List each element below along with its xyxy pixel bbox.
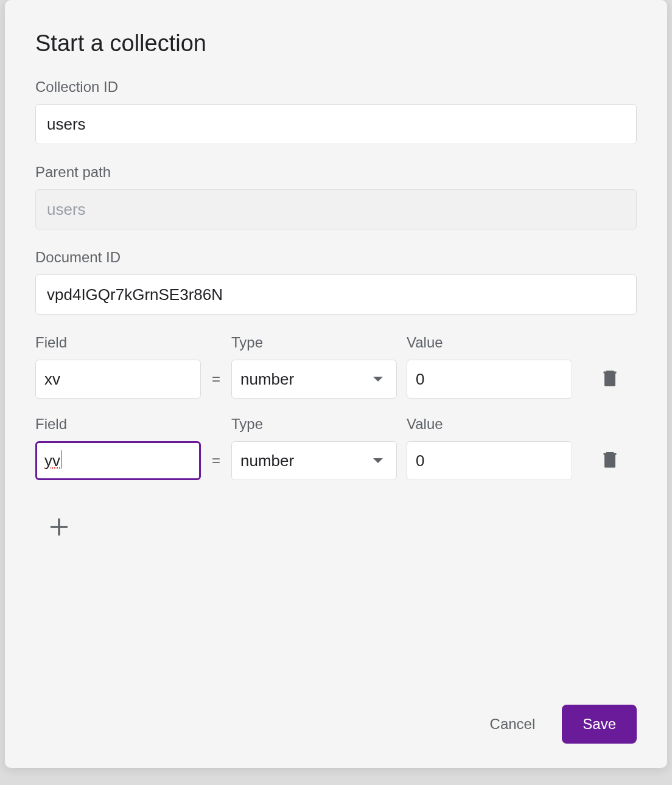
parent-path-label: Parent path xyxy=(35,164,637,181)
text-cursor xyxy=(61,450,61,469)
field-name-input[interactable] xyxy=(35,360,201,399)
field-type-select[interactable]: number xyxy=(231,360,397,399)
dialog-title: Start a collection xyxy=(35,30,637,57)
field-name-col: Field yv xyxy=(35,416,201,480)
parent-path-group: Parent path xyxy=(35,164,637,229)
field-value-label: Value xyxy=(407,416,572,433)
dialog-actions: Cancel Save xyxy=(35,680,637,744)
equals-sign: = xyxy=(211,441,222,480)
save-button[interactable]: Save xyxy=(562,705,637,744)
collection-id-input[interactable] xyxy=(35,104,637,144)
field-type-select[interactable]: number xyxy=(231,441,397,480)
collection-id-label: Collection ID xyxy=(35,78,637,96)
equals-sign: = xyxy=(211,360,222,399)
field-name-label: Field xyxy=(35,416,201,433)
field-name-text: yv xyxy=(44,452,60,470)
field-type-label: Type xyxy=(231,416,397,433)
chevron-down-icon xyxy=(373,458,383,463)
field-value-col: Value xyxy=(407,334,572,399)
trash-icon[interactable] xyxy=(599,448,621,473)
chevron-down-icon xyxy=(373,377,383,382)
field-row: Field yv = Type number Value xyxy=(35,416,637,480)
field-value-input[interactable] xyxy=(407,360,572,399)
trash-icon[interactable] xyxy=(599,367,621,391)
field-name-col: Field xyxy=(35,334,201,399)
field-type-value: number xyxy=(240,452,294,470)
parent-path-input xyxy=(35,189,637,229)
field-name-input[interactable]: yv xyxy=(35,441,201,480)
document-id-input[interactable] xyxy=(35,274,637,315)
field-value-col: Value xyxy=(407,416,572,480)
field-type-value: number xyxy=(240,370,294,389)
field-value-label: Value xyxy=(407,334,572,351)
start-collection-dialog: Start a collection Collection ID Parent … xyxy=(5,0,667,768)
field-type-label: Type xyxy=(231,334,397,351)
document-id-group: Document ID xyxy=(35,249,637,315)
field-value-input[interactable] xyxy=(407,441,572,480)
delete-field-wrap xyxy=(599,441,621,480)
delete-field-wrap xyxy=(599,360,621,399)
plus-icon[interactable] xyxy=(46,531,72,542)
collection-id-group: Collection ID xyxy=(35,78,637,144)
cancel-button[interactable]: Cancel xyxy=(485,708,541,740)
document-id-label: Document ID xyxy=(35,249,637,266)
field-type-col: Type number xyxy=(231,416,397,480)
field-name-label: Field xyxy=(35,334,201,351)
field-type-col: Type number xyxy=(231,334,397,399)
field-row: Field = Type number Value xyxy=(35,334,637,399)
add-field-row xyxy=(46,514,637,542)
